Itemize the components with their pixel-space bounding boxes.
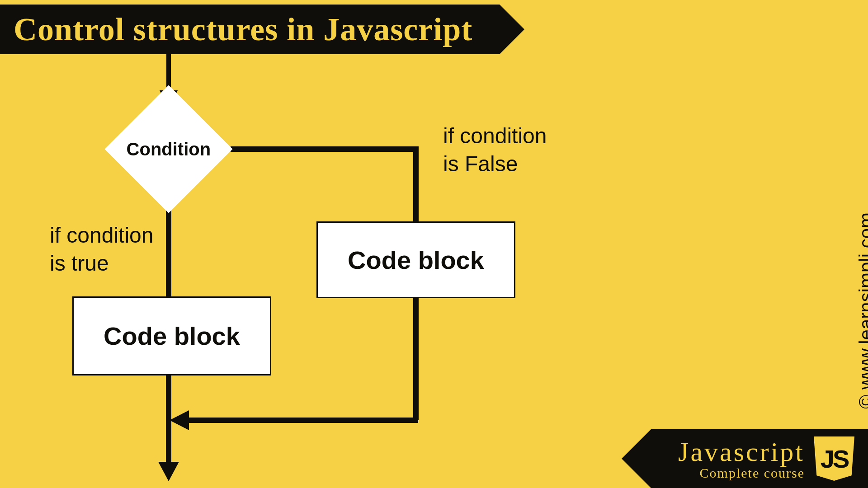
footer-subtitle: Complete course bbox=[700, 465, 805, 481]
true-branch-label: if condition is true bbox=[50, 221, 153, 278]
title-banner: Control structures in Javascript bbox=[0, 5, 500, 54]
js-shield-icon: JS bbox=[814, 436, 854, 481]
true-code-block-text: Code block bbox=[104, 321, 240, 351]
footer-banner: Javascript Complete course JS bbox=[651, 429, 868, 488]
page-title: Control structures in Javascript bbox=[14, 11, 472, 48]
js-badge-text: JS bbox=[821, 444, 848, 474]
false-branch-label: if condition is False bbox=[443, 122, 547, 178]
condition-node: Condition bbox=[105, 85, 233, 213]
condition-label: Condition bbox=[127, 139, 211, 159]
false-code-block: Code block bbox=[316, 221, 515, 298]
false-code-block-text: Code block bbox=[348, 245, 484, 275]
watermark: © www.learnsimpli.com bbox=[855, 212, 868, 409]
svg-marker-9 bbox=[158, 462, 179, 481]
footer-title: Javascript bbox=[678, 436, 805, 468]
true-code-block: Code block bbox=[72, 296, 271, 375]
svg-marker-7 bbox=[170, 410, 189, 430]
